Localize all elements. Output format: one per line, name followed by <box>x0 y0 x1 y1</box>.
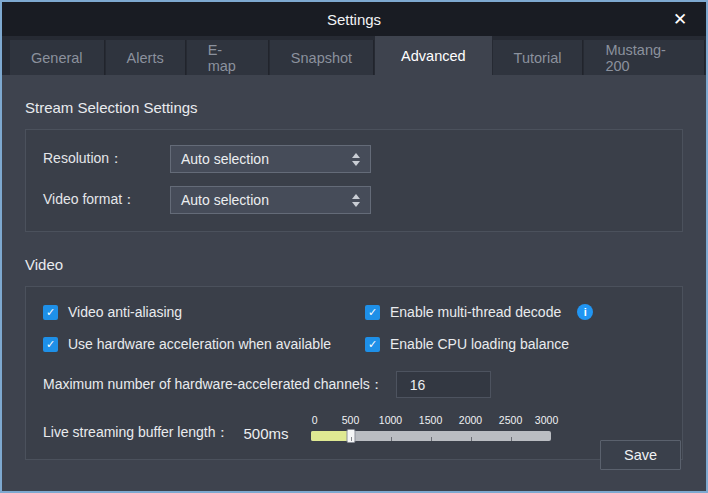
resolution-selected-value: Auto selection <box>181 151 352 167</box>
multi-thread-decode-checkbox[interactable]: ✓ <box>365 305 380 320</box>
channels-label: Maximum number of hardware-accelerated c… <box>43 376 384 394</box>
tab-advanced[interactable]: Advanced <box>375 36 492 75</box>
multi-thread-decode-item: ✓Enable multi-thread decodei <box>365 304 665 320</box>
stream-section-title: Stream Selection Settings <box>25 99 683 116</box>
settings-dialog: Settings ✕ GeneralAlertsE-mapSnapshotAdv… <box>0 0 708 493</box>
channels-row: Maximum number of hardware-accelerated c… <box>43 371 665 398</box>
video-format-label: Video format： <box>43 191 170 209</box>
slider-tick-mark <box>471 437 472 441</box>
slider-tick-label: 2500 <box>499 414 522 426</box>
video-format-select[interactable]: Auto selection <box>170 186 371 214</box>
video-anti-aliasing-item: ✓Video anti-aliasing <box>43 304 365 320</box>
video-settings-group: ✓Video anti-aliasing✓Enable multi-thread… <box>25 286 683 460</box>
slider-tick-label: 0 <box>312 414 318 426</box>
spinner-arrows-icon <box>352 153 360 166</box>
spinner-arrows-icon <box>352 194 360 207</box>
tab-e-map[interactable]: E-map <box>187 40 269 75</box>
checkbox-grid: ✓Video anti-aliasing✓Enable multi-thread… <box>43 302 665 352</box>
cpu-loading-balance-label: Enable CPU loading balance <box>390 336 569 352</box>
close-icon[interactable]: ✕ <box>666 2 694 36</box>
hardware-acceleration-checkbox[interactable]: ✓ <box>43 337 58 352</box>
tab-general[interactable]: General <box>10 40 105 75</box>
slider-tick-mark <box>511 437 512 441</box>
title-bar: Settings ✕ <box>2 2 706 36</box>
slider-scale: 050010001500200025003000 <box>311 414 551 428</box>
resolution-label: Resolution： <box>43 150 170 168</box>
hardware-acceleration-label: Use hardware acceleration when available <box>68 336 331 352</box>
video-anti-aliasing-checkbox[interactable]: ✓ <box>43 305 58 320</box>
tab-snapshot[interactable]: Snapshot <box>270 40 374 75</box>
multi-thread-decode-label: Enable multi-thread decode <box>390 304 561 320</box>
cpu-loading-balance-item: ✓Enable CPU loading balance <box>365 336 665 352</box>
video-format-selected-value: Auto selection <box>181 192 352 208</box>
stream-settings-group: Resolution：Auto selectionVideo format：Au… <box>25 129 683 232</box>
tab-bar: GeneralAlertsE-mapSnapshotAdvancedTutori… <box>2 36 706 75</box>
stream-rows: Resolution：Auto selectionVideo format：Au… <box>43 145 665 214</box>
video-anti-aliasing-label: Video anti-aliasing <box>68 304 182 320</box>
buffer-row: Live streaming buffer length： 500ms 0500… <box>43 414 665 444</box>
slider-tick-label: 1500 <box>419 414 442 426</box>
buffer-value: 500ms <box>244 425 289 444</box>
info-icon[interactable]: i <box>577 304 593 320</box>
slider-tick-label: 2000 <box>459 414 482 426</box>
tab-tutorial[interactable]: Tutorial <box>493 40 584 75</box>
slider-tick-label: 1000 <box>379 414 402 426</box>
resolution-row: Resolution：Auto selection <box>43 145 665 173</box>
save-button[interactable]: Save <box>600 440 681 470</box>
slider-tick-mark <box>431 437 432 441</box>
slider-track[interactable] <box>311 431 551 441</box>
channels-input[interactable] <box>396 371 491 398</box>
cpu-loading-balance-checkbox[interactable]: ✓ <box>365 337 380 352</box>
slider-tick-label: 500 <box>342 414 360 426</box>
content-area: Stream Selection Settings Resolution：Aut… <box>2 99 706 460</box>
window-title: Settings <box>327 11 381 28</box>
buffer-slider: 050010001500200025003000 <box>311 414 551 444</box>
slider-fill <box>311 431 351 441</box>
slider-tick-label: 3000 <box>535 414 558 426</box>
video-format-row: Video format：Auto selection <box>43 186 665 214</box>
tab-mustang-200[interactable]: Mustang-200 <box>584 40 705 75</box>
slider-tick-mark <box>391 437 392 441</box>
video-section-title: Video <box>25 256 683 273</box>
slider-tick-mark <box>351 437 352 441</box>
hardware-acceleration-item: ✓Use hardware acceleration when availabl… <box>43 336 365 352</box>
resolution-select[interactable]: Auto selection <box>170 145 371 173</box>
tab-alerts[interactable]: Alerts <box>106 40 186 75</box>
buffer-label: Live streaming buffer length： <box>43 424 230 444</box>
